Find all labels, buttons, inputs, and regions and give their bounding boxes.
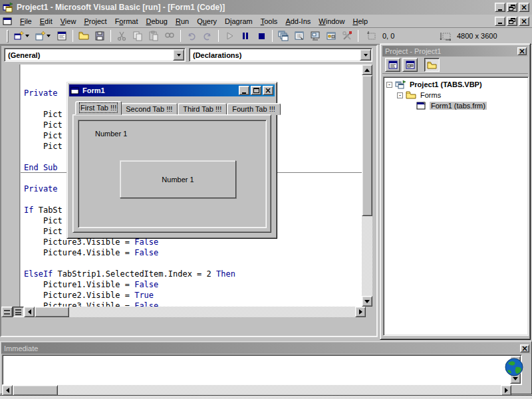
menu-item-view[interactable]: View: [57, 16, 80, 27]
toolbar-find-button[interactable]: [162, 29, 178, 43]
toolbar-grip[interactable]: [7, 30, 9, 43]
immediate-hscroll-thumb[interactable]: [13, 385, 58, 396]
toolbar-break-button[interactable]: [237, 29, 253, 43]
code-line: End Sub: [24, 162, 58, 173]
scroll-right-button[interactable]: [355, 307, 366, 317]
menu-item-format[interactable]: Format: [111, 16, 142, 27]
toolbar-undo-button[interactable]: [184, 29, 200, 43]
scroll-thumb[interactable]: [362, 75, 372, 216]
form1-title-bar[interactable]: Form1 ×: [69, 84, 275, 96]
toolbox-icon: [342, 31, 352, 41]
toolbar-open-project-button[interactable]: [76, 29, 92, 43]
tree-expander[interactable]: -: [386, 82, 392, 88]
window-resize-edge[interactable]: [0, 395, 532, 399]
main-title-bar[interactable]: Project1 - Microsoft Visual Basic [run] …: [0, 0, 532, 15]
tab-second-tab[interactable]: Second Tab !!!: [120, 103, 178, 115]
menu-item-edit[interactable]: Edit: [36, 16, 57, 27]
menu-item-window[interactable]: Window: [315, 16, 348, 27]
child-restore-button[interactable]: [507, 17, 517, 26]
menu-item-tools[interactable]: Tools: [257, 16, 282, 27]
add-form-icon: [35, 31, 46, 41]
immediate-close-button[interactable]: ×: [520, 344, 529, 352]
procedure-view-button[interactable]: [1, 307, 13, 317]
hscroll-thumb[interactable]: [35, 307, 69, 317]
vb-ide-screen: { "window": { "title": "Project1 - Micro…: [0, 0, 532, 399]
toolbar-form-layout-button[interactable]: [307, 29, 323, 43]
object-combo[interactable]: (General): [4, 48, 186, 62]
menu-item-run[interactable]: Run: [172, 16, 193, 27]
toolbar-buttons: [11, 29, 361, 43]
scroll-left-button[interactable]: [24, 307, 35, 317]
position-value: 0, 0: [382, 32, 434, 40]
toolbar-add-form-button[interactable]: [33, 29, 54, 43]
immediate-hscroll-track[interactable]: [58, 385, 501, 396]
tree-expander[interactable]: -: [397, 92, 403, 98]
tab-strip: First Tab !!!Second Tab !!!Third Tab !!!…: [75, 102, 281, 115]
redo-icon: [202, 31, 213, 41]
tree-item-project1-tabs-vbp[interactable]: -Project1 (TABS.VBP): [384, 79, 528, 90]
tab-fourth-tab[interactable]: Fourth Tab !!!: [227, 103, 281, 115]
procedure-combo[interactable]: (Declarations): [189, 48, 372, 62]
scroll-down-button[interactable]: [362, 296, 372, 307]
toolbar-toolbox-button[interactable]: [339, 29, 355, 43]
menu-item-file[interactable]: File: [16, 16, 36, 27]
cut-icon: [116, 31, 127, 41]
object-combo-dropdown-button[interactable]: [173, 49, 184, 61]
child-close-button[interactable]: ×: [519, 17, 529, 26]
procedure-combo-dropdown-button[interactable]: [360, 49, 371, 61]
code-text: False: [134, 248, 158, 257]
tab-third-tab[interactable]: Third Tab !!!: [178, 103, 227, 115]
project-explorer-close-button[interactable]: ×: [517, 47, 527, 55]
toolbar-add-project-button[interactable]: [11, 29, 33, 43]
tree-item-forms[interactable]: -Forms: [384, 90, 528, 100]
toolbar-save-project-button[interactable]: [92, 29, 108, 43]
code-text: False: [134, 280, 158, 289]
dropdown-arrow-icon[interactable]: [25, 33, 31, 39]
restore-button[interactable]: [507, 3, 517, 12]
tree-item-label: Forms: [419, 91, 442, 99]
toolbar-project-explorer-button[interactable]: [275, 29, 291, 43]
view-object-button[interactable]: [402, 58, 418, 72]
toggle-folders-button[interactable]: [424, 58, 440, 72]
toolbar-properties-window-button[interactable]: [291, 29, 307, 43]
tab-first-tab[interactable]: First Tab !!!: [75, 101, 122, 115]
menu-item-debug[interactable]: Debug: [142, 16, 171, 27]
form-maximize-button[interactable]: [251, 86, 261, 95]
toolbar-copy-button[interactable]: [130, 29, 146, 43]
menu-item-add-ins[interactable]: Add-Ins: [281, 16, 315, 27]
dropdown-arrow-icon[interactable]: [46, 33, 52, 39]
immediate-content[interactable]: [2, 354, 522, 385]
hscroll-track[interactable]: [69, 307, 355, 317]
toolbar-object-browser-button[interactable]: [323, 29, 339, 43]
form-close-button[interactable]: ×: [263, 86, 273, 95]
toolbar-cut-button[interactable]: [114, 29, 130, 43]
immediate-title-bar[interactable]: Immediate ×: [1, 342, 531, 354]
code-vertical-scrollbar[interactable]: [362, 65, 372, 307]
child-minimize-button[interactable]: [495, 17, 505, 26]
close-button[interactable]: ×: [519, 3, 529, 12]
code-margin-bar[interactable]: [1, 65, 20, 307]
code-line: If TabSt: [24, 205, 63, 215]
menu-item-query[interactable]: Query: [193, 16, 221, 27]
immediate-scroll-left-button[interactable]: [2, 385, 13, 396]
toolbar-menu-editor-button[interactable]: [54, 29, 70, 43]
menu-item-diagram[interactable]: Diagram: [221, 16, 257, 27]
form1-window: Form1 × First Tab !!!Second Tab !!!Third…: [66, 82, 277, 239]
menu-item-help[interactable]: Help: [348, 16, 372, 27]
form-minimize-button[interactable]: [239, 86, 249, 95]
tree-item-form1-tabs-frm[interactable]: Form1 (tabs.frm): [384, 100, 528, 111]
toolbar-end-button[interactable]: [253, 29, 269, 43]
scroll-up-button[interactable]: [362, 65, 372, 75]
menu-item-project[interactable]: Project: [80, 16, 110, 27]
toolbar-start-button[interactable]: [221, 29, 237, 43]
code-text: Picture3.Visible =: [24, 237, 134, 247]
immediate-scroll-right-button[interactable]: [501, 385, 511, 396]
minimize-button[interactable]: [495, 3, 505, 12]
code-text: ElseIf: [24, 269, 58, 279]
toolbar-redo-button[interactable]: [200, 29, 215, 43]
view-code-button[interactable]: [385, 58, 400, 72]
code-text: Pict: [24, 216, 63, 225]
full-module-view-button[interactable]: [13, 307, 24, 317]
project-explorer-title-bar[interactable]: Project - Project1 ×: [382, 46, 528, 57]
toolbar-paste-button[interactable]: [146, 29, 162, 43]
